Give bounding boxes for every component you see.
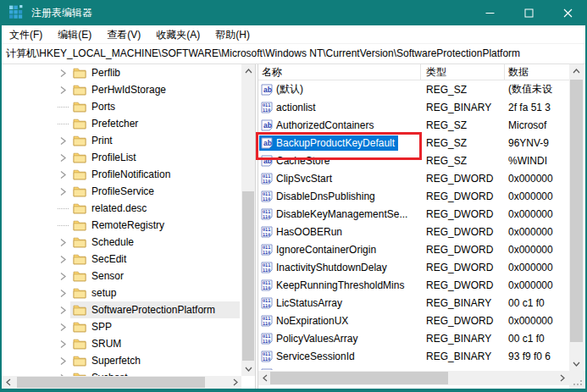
registry-value-row[interactable]: ab 011 110 NoExpirationUX REG_DWORD 0x00…	[258, 312, 569, 329]
window-border	[0, 25, 2, 392]
tree-item[interactable]: PerHwIdStorage	[2, 81, 240, 98]
registry-value-row[interactable]: ab 011 110 (默认) REG_SZ (数值未设	[258, 80, 569, 98]
scroll-up-icon[interactable]	[241, 64, 255, 78]
registry-value-row[interactable]: ab 011 110 DisableKeyManagementSe... REG…	[258, 205, 569, 223]
column-header-name[interactable]: 名称	[258, 64, 421, 80]
chevron-right-icon[interactable]	[56, 235, 70, 249]
value-type: REG_SZ	[421, 155, 505, 167]
tree-item[interactable]: Schedule	[2, 234, 240, 251]
column-header-type[interactable]: 类型	[421, 64, 505, 80]
scrollbar-thumb[interactable]	[570, 80, 583, 342]
tree-item[interactable]: SRUM	[2, 335, 240, 352]
registry-value-row[interactable]: ab 011 110 IgnoreContainerOrigin REG_DWO…	[258, 240, 569, 258]
scroll-right-icon[interactable]	[555, 371, 569, 385]
registry-value-row[interactable]: ab 011 110 SkipRearm REG_DWORD 0x000000	[258, 365, 569, 370]
registry-value-row[interactable]: ab 011 110 actionlist REG_BINARY 2f fa 5…	[258, 98, 569, 116]
maximize-button[interactable]	[509, 0, 548, 25]
chevron-right-icon[interactable]	[56, 134, 70, 147]
scroll-down-icon[interactable]	[241, 362, 255, 376]
tree-vertical-scrollbar[interactable]	[241, 64, 255, 376]
tree-item[interactable]: RemoteRegistry	[2, 217, 240, 234]
chevron-right-icon[interactable]	[56, 185, 70, 198]
menu-item-help[interactable]: 帮助(H)	[208, 25, 258, 44]
scrollbar-thumb[interactable]	[17, 377, 205, 388]
chevron-right-icon[interactable]	[56, 202, 70, 215]
value-type: REG_DWORD	[421, 190, 505, 202]
chevron-right-icon[interactable]	[56, 303, 70, 317]
list-rows: ab 011 110 (默认) REG_SZ (数值未设 ab	[258, 80, 569, 370]
value-data: 0x000000	[505, 226, 569, 238]
scroll-up-icon[interactable]	[569, 64, 584, 78]
tree-item[interactable]: Prefetcher	[2, 115, 240, 132]
list-horizontal-scrollbar[interactable]	[258, 371, 569, 385]
tree-item[interactable]: SecEdit	[2, 251, 240, 268]
registry-value-row[interactable]: ab 011 110 KeepRunningThresholdMins REG_…	[258, 276, 569, 294]
registry-value-row[interactable]: ab 011 110 ClipSvcStart REG_DWORD 0x0000…	[258, 169, 569, 187]
chevron-right-icon[interactable]	[56, 66, 70, 80]
registry-value-row[interactable]: ab 011 110 AuthorizedContainers REG_SZ M…	[258, 116, 569, 134]
registry-value-row[interactable]: ab 011 110 ServiceSessionId REG_BINARY 9…	[258, 347, 569, 365]
tree-item[interactable]: Superfetch	[2, 352, 240, 369]
tree-item[interactable]: Ports	[2, 98, 240, 115]
menu-item-view[interactable]: 查看(V)	[99, 25, 148, 44]
svg-text:ab: ab	[263, 138, 272, 146]
tree-item[interactable]: ProfileService	[2, 183, 240, 200]
svg-text:110: 110	[263, 356, 270, 361]
chevron-right-icon[interactable]	[56, 168, 70, 181]
chevron-right-icon[interactable]	[56, 354, 70, 367]
tree-item[interactable]: SoftwareProtectionPlatform	[2, 301, 240, 318]
registry-value-row[interactable]: ab 011 110 InactivityShutdownDelay REG_D…	[258, 258, 569, 276]
tree-item[interactable]: Sensor	[2, 268, 240, 284]
registry-value-row[interactable]: ab 011 110 LicStatusArray REG_BINARY 00 …	[258, 294, 569, 312]
chevron-right-icon[interactable]	[56, 252, 70, 266]
tree-item[interactable]: ProfileNotification	[2, 166, 240, 183]
registry-value-row[interactable]: ab 011 110 BackupProductKeyDefault REG_S…	[258, 134, 569, 152]
value-type: REG_DWORD	[421, 368, 505, 371]
tree-item-label: Superfetch	[91, 355, 141, 367]
scroll-right-icon[interactable]	[229, 376, 241, 389]
chevron-right-icon[interactable]	[56, 320, 70, 334]
chevron-right-icon[interactable]	[56, 100, 70, 113]
value-name: HasOOBERun	[276, 226, 342, 238]
scrollbar-thumb[interactable]	[242, 191, 254, 361]
value-name: BackupProductKeyDefault	[276, 137, 395, 149]
resize-grip[interactable]	[569, 371, 585, 389]
chevron-right-icon[interactable]	[56, 151, 70, 164]
address-bar[interactable]: 计算机\HKEY_LOCAL_MACHINE\SOFTWARE\Microsof…	[2, 44, 585, 64]
menu-item-favorites[interactable]: 收藏夹(A)	[148, 25, 208, 44]
tree-leaf-connector	[58, 225, 69, 226]
registry-value-row[interactable]: ab 011 110 DisableDnsPublishing REG_DWOR…	[258, 187, 569, 205]
tree-horizontal-scrollbar[interactable]	[2, 376, 241, 389]
scroll-down-icon[interactable]	[569, 357, 584, 371]
scrollbar-thumb[interactable]	[270, 372, 448, 384]
menu-item-file[interactable]: 文件(F)	[2, 25, 50, 44]
registry-value-row[interactable]: ab 011 110 HasOOBERun REG_DWORD 0x000000	[258, 223, 569, 240]
list-vertical-scrollbar[interactable]	[569, 64, 584, 371]
value-data: (数值未设	[505, 82, 569, 97]
menu-item-edit[interactable]: 编辑(E)	[50, 25, 99, 44]
registry-value-row[interactable]: ab 011 110 PolicyValuesArray REG_BINARY …	[258, 329, 569, 347]
tree-item[interactable]: setup	[2, 284, 240, 301]
tree-item[interactable]: related.desc	[2, 200, 240, 217]
value-data: 0x000000	[505, 208, 569, 220]
folder-icon	[73, 355, 86, 367]
chevron-right-icon[interactable]	[56, 269, 70, 283]
tree-item-label: SPP	[91, 321, 112, 333]
tree-item[interactable]: SPP	[2, 318, 240, 335]
svg-text:110: 110	[263, 338, 270, 343]
close-button[interactable]	[548, 0, 587, 25]
tree-item[interactable]: Perflib	[2, 64, 240, 81]
value-name: SkipRearm	[276, 368, 326, 371]
chevron-right-icon[interactable]	[56, 286, 70, 300]
chevron-right-icon[interactable]	[56, 337, 70, 351]
tree-item[interactable]: Print	[2, 132, 240, 149]
scroll-left-icon[interactable]	[2, 376, 14, 389]
chevron-right-icon[interactable]	[56, 117, 70, 130]
tree-item[interactable]: ProfileList	[2, 149, 240, 166]
chevron-right-icon[interactable]	[56, 83, 70, 97]
scroll-left-icon[interactable]	[258, 371, 271, 385]
minimize-button[interactable]	[470, 0, 509, 25]
chevron-right-icon[interactable]	[56, 218, 70, 232]
registry-value-row[interactable]: ab 011 110 CacheStore REG_SZ %WINDI	[258, 152, 569, 169]
column-header-data[interactable]: 数据	[505, 64, 569, 80]
